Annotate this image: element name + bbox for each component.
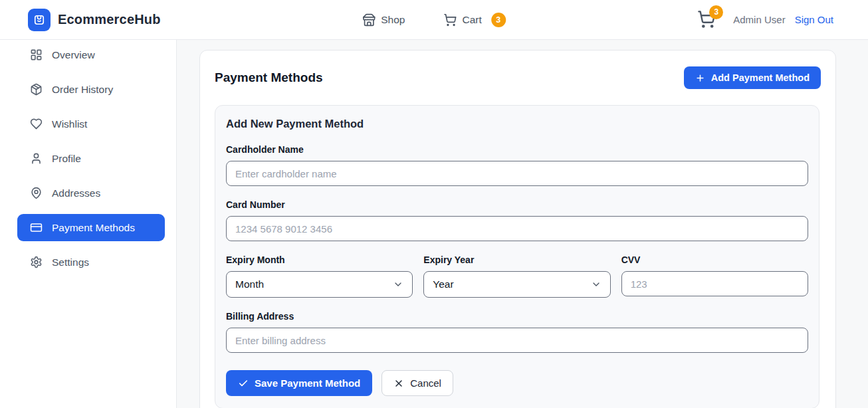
- sidebar-item-overview[interactable]: Overview: [17, 41, 165, 68]
- expiry-year-label: Expiry Year: [423, 255, 610, 265]
- expiry-month-label: Expiry Month: [226, 255, 413, 265]
- heart-icon: [30, 118, 43, 130]
- map-pin-icon: [30, 187, 43, 199]
- close-icon: [393, 378, 404, 389]
- add-payment-method-button[interactable]: Add Payment Method: [684, 66, 821, 89]
- cart-count-badge: 3: [491, 13, 506, 27]
- chevron-down-icon: [591, 279, 601, 290]
- card-number-input[interactable]: [226, 216, 808, 241]
- expiry-year-select[interactable]: Year: [423, 271, 610, 298]
- app-header: EcommerceHub Shop Cart: [0, 0, 868, 40]
- user-name: Admin User: [733, 14, 785, 25]
- sidebar-item-addresses[interactable]: Addresses: [17, 179, 165, 207]
- sidebar-item-label: Order History: [52, 84, 113, 96]
- cart-icon: [443, 13, 457, 27]
- save-payment-method-label: Save Payment Method: [255, 377, 360, 389]
- cart-count-badge: 3: [709, 5, 723, 19]
- user-icon: [30, 152, 43, 165]
- nav-cart-label: Cart: [462, 14, 481, 26]
- shopping-bag-logo-icon: [28, 9, 51, 31]
- grid-icon: [30, 49, 43, 61]
- cvv-label: CVV: [621, 255, 808, 265]
- sidebar-item-order-history[interactable]: Order History: [17, 76, 165, 103]
- sign-out-link[interactable]: Sign Out: [795, 14, 833, 25]
- cancel-button[interactable]: Cancel: [381, 370, 453, 396]
- sidebar-item-wishlist[interactable]: Wishlist: [17, 110, 165, 138]
- sidebar-item-payment-methods[interactable]: Payment Methods: [17, 214, 165, 241]
- nav-cart[interactable]: Cart 3: [443, 13, 505, 27]
- brand[interactable]: EcommerceHub: [28, 9, 161, 31]
- form-title: Add New Payment Method: [226, 118, 808, 130]
- sidebar-item-label: Payment Methods: [52, 222, 135, 234]
- check-icon: [238, 378, 249, 389]
- sidebar-item-label: Wishlist: [52, 118, 87, 130]
- chevron-down-icon: [393, 279, 403, 290]
- header-right: 3 Admin User Sign Out: [697, 10, 833, 30]
- sidebar-item-label: Overview: [52, 49, 95, 61]
- sidebar: Overview Order History Wishlist: [0, 40, 177, 408]
- billing-address-input[interactable]: [226, 328, 808, 353]
- top-nav: Shop Cart 3: [362, 13, 506, 27]
- sidebar-item-label: Profile: [52, 153, 81, 165]
- package-icon: [30, 83, 43, 96]
- cardholder-name-label: Cardholder Name: [226, 144, 808, 155]
- sidebar-item-label: Settings: [52, 256, 89, 268]
- expiry-year-value: Year: [433, 278, 453, 290]
- cart-button[interactable]: 3: [697, 10, 717, 30]
- expiry-month-select[interactable]: Month: [226, 271, 413, 298]
- plus-icon: [695, 73, 705, 83]
- gear-icon: [30, 256, 43, 268]
- payment-methods-card: Payment Methods Add Payment Method Add N…: [199, 50, 836, 408]
- sidebar-item-label: Addresses: [52, 187, 100, 199]
- credit-card-icon: [30, 221, 43, 234]
- card-number-label: Card Number: [226, 199, 808, 210]
- main-content: Payment Methods Add Payment Method Add N…: [177, 40, 868, 408]
- storefront-icon: [362, 13, 376, 27]
- page-title: Payment Methods: [215, 70, 323, 85]
- nav-shop[interactable]: Shop: [362, 13, 405, 27]
- nav-shop-label: Shop: [381, 14, 405, 26]
- add-payment-method-label: Add Payment Method: [711, 72, 810, 83]
- cardholder-name-input[interactable]: [226, 161, 808, 186]
- brand-title: EcommerceHub: [58, 12, 161, 27]
- add-payment-form: Add New Payment Method Cardholder Name C…: [215, 105, 819, 408]
- sidebar-item-profile[interactable]: Profile: [17, 145, 165, 172]
- cancel-label: Cancel: [410, 377, 441, 389]
- cvv-input[interactable]: [621, 271, 808, 296]
- sidebar-item-settings[interactable]: Settings: [17, 249, 165, 276]
- billing-address-label: Billing Address: [226, 311, 808, 322]
- save-payment-method-button[interactable]: Save Payment Method: [226, 370, 372, 396]
- expiry-month-value: Month: [235, 278, 264, 290]
